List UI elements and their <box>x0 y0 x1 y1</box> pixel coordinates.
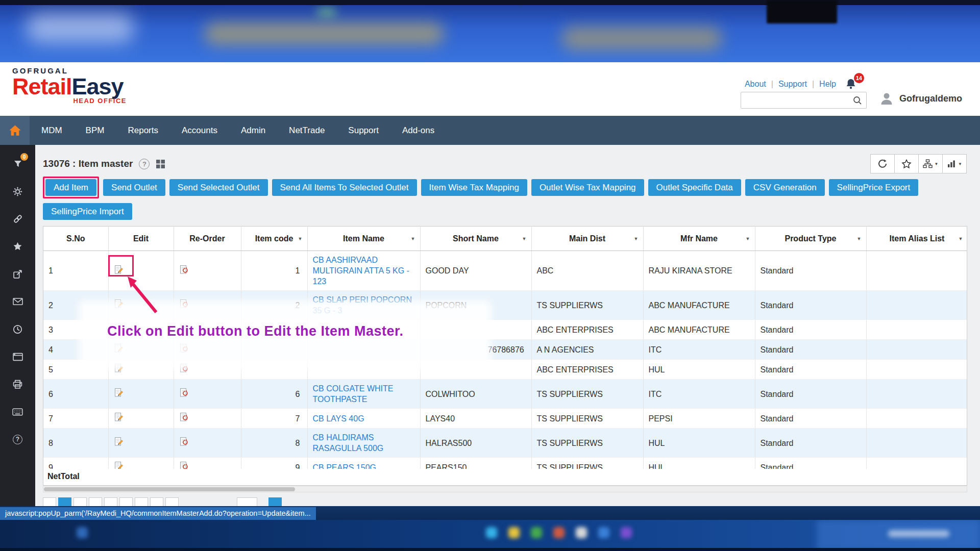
column-header-item-name[interactable]: Item Name▼ <box>307 227 420 251</box>
scrollbar-thumb[interactable] <box>44 487 295 491</box>
edit-icon-cell <box>108 429 174 458</box>
table-header-row: S.NoEditRe-OrderItem code▼Item Name▼Shor… <box>43 227 967 251</box>
blur-blob <box>316 7 337 17</box>
csv-generation-button[interactable]: CSV Generation <box>745 179 825 196</box>
page-go-button[interactable] <box>268 497 282 506</box>
edit-icon-highlight <box>108 255 134 277</box>
product-type-cell: Standard <box>755 291 866 320</box>
home-tab[interactable] <box>0 116 30 145</box>
reorder-icon[interactable] <box>179 388 189 397</box>
sidebar-item-window[interactable] <box>0 343 35 370</box>
send-selected-outlet-button[interactable]: Send Selected Outlet <box>169 179 268 196</box>
sidebar-item-help[interactable]: ? <box>0 425 35 453</box>
edit-icon[interactable] <box>114 437 124 446</box>
sort-caret-icon[interactable]: ▼ <box>298 233 303 244</box>
item-name-link[interactable]: CB COLGATE WHITE TOOTHPASTE <box>313 384 394 404</box>
reorder-icon[interactable] <box>179 437 189 446</box>
column-header-item-alias-list[interactable]: Item Alias List▼ <box>866 227 967 251</box>
search-icon[interactable] <box>852 95 863 108</box>
main-dist-cell: TS SUPPLIERWS <box>531 291 643 320</box>
about-link[interactable]: About <box>745 80 766 89</box>
page-button[interactable] <box>104 497 117 506</box>
nav-item-admin[interactable]: Admin <box>229 116 277 145</box>
sidebar-item-favorites[interactable] <box>0 233 35 260</box>
sort-caret-icon[interactable]: ▼ <box>634 233 639 244</box>
page-button[interactable] <box>74 497 87 506</box>
sidebar: 0 <box>0 145 35 506</box>
page-button-active[interactable] <box>58 497 71 506</box>
mail-icon <box>13 297 23 306</box>
item-name-link[interactable]: CB LAYS 40G <box>313 414 364 423</box>
notification-bell-icon[interactable]: 14 <box>845 78 857 91</box>
status-bar-link-preview: javascript:popUp_parm('/RayMedi_HQ/commo… <box>0 507 316 520</box>
favorite-button[interactable] <box>894 154 919 173</box>
sidebar-item-print[interactable] <box>0 370 35 398</box>
hierarchy-menu-button[interactable]: ▼ <box>918 154 943 173</box>
edit-icon[interactable] <box>114 388 124 397</box>
sidebar-item-settings[interactable] <box>0 178 35 205</box>
page-button[interactable] <box>119 497 133 506</box>
page-button[interactable] <box>89 497 102 506</box>
page-size-button[interactable] <box>237 497 257 506</box>
sno-cell: 7 <box>43 409 108 429</box>
outlet-wise-tax-mapping-button[interactable]: Outlet Wise Tax Mapping <box>531 179 644 196</box>
help-link[interactable]: Help <box>819 80 836 89</box>
page-button[interactable] <box>150 497 163 506</box>
mfr-name-cell: ABC MANUFACTURE <box>643 320 755 340</box>
reorder-icon[interactable] <box>179 265 189 274</box>
page-button[interactable] <box>43 497 56 506</box>
taskbar-icon <box>77 527 88 538</box>
item-name-link[interactable]: CB HALDIRAMS RASAGULLA 500G <box>313 433 384 453</box>
support-link[interactable]: Support <box>778 80 807 89</box>
edit-icon[interactable] <box>114 412 124 422</box>
item-alias-cell <box>866 409 967 429</box>
nav-item-nettrade[interactable]: NetTrade <box>277 116 336 145</box>
sidebar-item-filter[interactable]: 0 <box>0 150 35 178</box>
sidebar-item-share[interactable] <box>0 260 35 288</box>
page-button[interactable] <box>165 497 179 506</box>
grid-view-icon[interactable] <box>156 159 165 169</box>
sort-caret-icon[interactable]: ▼ <box>411 233 415 244</box>
page-button[interactable] <box>135 497 148 506</box>
logo-product: RetailEasy <box>12 75 127 98</box>
nav-item-mdm[interactable]: MDM <box>30 116 74 145</box>
column-header-main-dist[interactable]: Main Dist▼ <box>531 227 643 251</box>
nav-item-reports[interactable]: Reports <box>116 116 170 145</box>
outlet-specific-data-button[interactable]: Outlet Specific Data <box>648 179 741 196</box>
nav-item-bpm[interactable]: BPM <box>74 116 116 145</box>
send-outlet-button[interactable]: Send Outlet <box>103 179 165 196</box>
search-input[interactable] <box>741 92 866 108</box>
nav-item-addons[interactable]: Add-ons <box>390 116 446 145</box>
sellingprice-import-button[interactable]: SellingPrice Import <box>43 203 132 220</box>
edit-icon[interactable] <box>114 461 124 469</box>
column-header-product-type[interactable]: Product Type▼ <box>755 227 866 251</box>
sort-caret-icon[interactable]: ▼ <box>522 233 527 244</box>
sort-caret-icon[interactable]: ▼ <box>857 233 862 244</box>
sidebar-item-keyboard[interactable] <box>0 398 35 425</box>
sellingprice-export-button[interactable]: SellingPrice Export <box>829 179 919 196</box>
refresh-button[interactable] <box>870 154 895 173</box>
taskbar-icon <box>531 527 542 538</box>
sidebar-item-mail[interactable] <box>0 288 35 315</box>
sidebar-item-history[interactable] <box>0 315 35 343</box>
item-wise-tax-mapping-button[interactable]: Item Wise Tax Mapping <box>421 179 527 196</box>
chart-menu-button[interactable]: ▼ <box>942 154 967 173</box>
sort-caret-icon[interactable]: ▼ <box>959 233 963 244</box>
page-help-icon[interactable]: ? <box>139 159 150 169</box>
nav-item-support[interactable]: Support <box>336 116 390 145</box>
item-name-link[interactable]: CB AASHIRVAAD MULTIGRAIN ATTA 5 KG - 123 <box>313 256 409 286</box>
nav-item-accounts[interactable]: Accounts <box>170 116 229 145</box>
send-all-items-button[interactable]: Send All Items To Selected Outlet <box>272 179 417 196</box>
add-item-button[interactable]: Add Item <box>45 179 96 196</box>
item-name-link[interactable]: CB PEARS 150G <box>313 463 377 469</box>
reorder-icon[interactable] <box>179 461 189 469</box>
item-alias-cell <box>866 340 967 360</box>
column-header-item-code[interactable]: Item code▼ <box>241 227 307 251</box>
home-icon <box>8 124 22 137</box>
column-header-short-name[interactable]: Short Name▼ <box>420 227 531 251</box>
reorder-icon[interactable] <box>179 412 189 422</box>
sort-caret-icon[interactable]: ▼ <box>746 233 750 244</box>
user-menu[interactable]: Gofrugaldemo <box>879 91 962 106</box>
sidebar-item-links[interactable] <box>0 205 35 233</box>
column-header-mfr-name[interactable]: Mfr Name▼ <box>643 227 755 251</box>
